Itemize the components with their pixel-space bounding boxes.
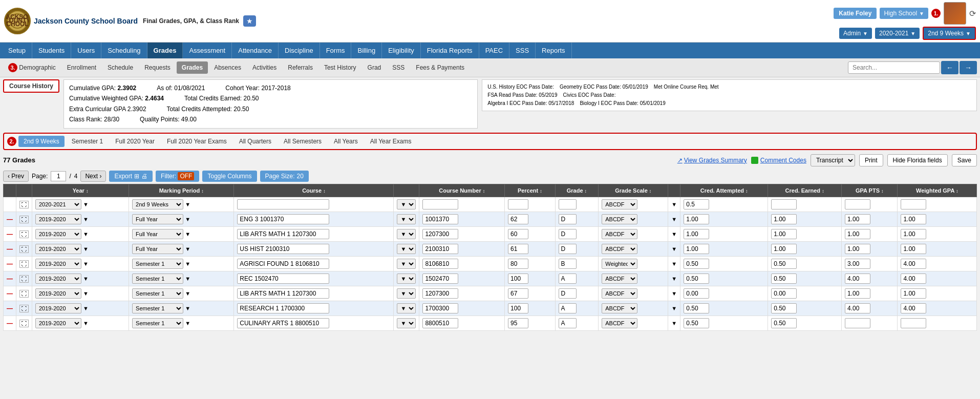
row-gpa-pts[interactable] [842, 256, 898, 271]
row-cred-attempted[interactable] [680, 241, 768, 256]
role-dropdown[interactable]: Admin ▼ [839, 28, 872, 39]
row-expand[interactable]: ⛶ [16, 301, 32, 316]
row-delete[interactable]: — [4, 286, 16, 301]
row-cred-attempted[interactable] [680, 271, 768, 286]
row-expand[interactable]: ⛶ [16, 212, 32, 226]
row-grade-scale[interactable]: ABCDF [599, 301, 668, 316]
row-year[interactable]: 2019-2020 ▼ [32, 256, 129, 271]
subnav-sss[interactable]: SSS [387, 61, 410, 74]
row-marking-period[interactable]: Semester 1 ▼ [129, 271, 234, 286]
row-course-arrow[interactable]: ▼ [394, 316, 419, 330]
nav-right-arrow[interactable]: → [960, 61, 977, 74]
th-cred-attempted[interactable]: Cred. Attempted ↕ [680, 184, 768, 197]
row-cred-earned[interactable] [768, 301, 842, 316]
row-cred-earned[interactable] [768, 226, 842, 241]
row-grade-scale[interactable]: ABCDF [599, 241, 668, 256]
row-weighted-gpa[interactable] [898, 226, 977, 241]
period-tab-full-2020-exams[interactable]: Full 2020 Year Exams [162, 136, 232, 147]
row-course[interactable] [234, 256, 394, 271]
th-grade[interactable]: Grade ↕ [555, 184, 599, 197]
row-delete[interactable]: — [4, 226, 16, 241]
th-course[interactable]: Course ↕ [234, 184, 394, 197]
row-cred-attempted[interactable] [680, 316, 768, 330]
favorite-button[interactable]: ★ [243, 15, 256, 27]
row-grade-scale[interactable]: ABCDF [599, 271, 668, 286]
row-course-number[interactable] [419, 286, 505, 301]
row-gpa-pts[interactable] [842, 316, 898, 330]
row-grade-scale-arrow[interactable]: ▼ [668, 256, 680, 271]
row-grade-scale-arrow[interactable]: ▼ [668, 286, 680, 301]
toggle-columns-button[interactable]: Toggle Columns [202, 171, 257, 182]
period-dropdown[interactable]: 2nd 9 Weeks ▼ [923, 27, 976, 40]
row-cred-earned[interactable] [768, 197, 842, 212]
nav-reports[interactable]: Reports [536, 43, 572, 58]
subnav-test-history[interactable]: Test History [319, 61, 361, 74]
row-gpa-pts[interactable] [842, 226, 898, 241]
row-course-number[interactable] [419, 256, 505, 271]
row-percent[interactable] [505, 226, 556, 241]
row-delete[interactable]: — [4, 316, 16, 330]
row-expand[interactable]: ⛶ [16, 241, 32, 256]
row-grade-scale-arrow[interactable]: ▼ [668, 197, 680, 212]
row-marking-period[interactable]: Semester 1 ▼ [129, 256, 234, 271]
th-cred-earned[interactable]: Cred. Earned ↕ [768, 184, 842, 197]
th-percent[interactable]: Percent ↕ [505, 184, 556, 197]
row-course[interactable] [234, 226, 394, 241]
subnav-requests[interactable]: Requests [139, 61, 176, 74]
row-grade-scale[interactable]: ABCDF [599, 212, 668, 226]
nav-billing[interactable]: Billing [351, 43, 382, 58]
row-cred-earned[interactable] [768, 212, 842, 226]
th-gpa-pts[interactable]: GPA PTS ↕ [842, 184, 898, 197]
row-weighted-gpa[interactable] [898, 286, 977, 301]
row-grade-scale-arrow[interactable]: ▼ [668, 226, 680, 241]
view-grades-summary-link[interactable]: ↗ View Grades Summary [677, 157, 747, 164]
row-grade-scale-arrow[interactable]: ▼ [668, 271, 680, 286]
row-cred-earned[interactable] [768, 271, 842, 286]
nav-discipline[interactable]: Discipline [279, 43, 320, 58]
row-course-arrow[interactable]: ▼ [394, 226, 419, 241]
row-grade[interactable] [555, 256, 599, 271]
row-cred-attempted[interactable] [680, 197, 768, 212]
row-marking-period[interactable]: Semester 1 ▼ [129, 316, 234, 330]
row-weighted-gpa[interactable] [898, 301, 977, 316]
nav-left-arrow[interactable]: ← [941, 61, 958, 74]
row-expand[interactable]: ⛶ [16, 226, 32, 241]
subnav-fees[interactable]: Fees & Payments [411, 61, 470, 74]
row-year[interactable]: 2019-2020 ▼ [32, 301, 129, 316]
period-tab-semester1[interactable]: Semester 1 [67, 136, 108, 147]
row-gpa-pts[interactable] [842, 301, 898, 316]
row-cred-earned[interactable] [768, 241, 842, 256]
row-percent[interactable] [505, 286, 556, 301]
th-marking-period[interactable]: Marking Period ↕ [129, 184, 234, 197]
row-course-arrow[interactable]: ▼ [394, 212, 419, 226]
page-input[interactable] [51, 171, 66, 181]
row-course[interactable] [234, 212, 394, 226]
row-course-arrow[interactable]: ▼ [394, 271, 419, 286]
row-expand[interactable]: ⛶ [16, 271, 32, 286]
row-marking-period[interactable]: Full Year ▼ [129, 212, 234, 226]
row-grade-scale[interactable]: ABCDF [599, 197, 668, 212]
row-grade-scale-arrow[interactable]: ▼ [668, 316, 680, 330]
row-year[interactable]: 2019-2020 ▼ [32, 241, 129, 256]
row-percent[interactable] [505, 241, 556, 256]
row-expand[interactable]: ⛶ [16, 197, 32, 212]
row-grade[interactable] [555, 197, 599, 212]
th-weighted-gpa[interactable]: Weighted GPA ↕ [898, 184, 977, 197]
row-course-arrow[interactable]: ▼ [394, 197, 419, 212]
row-marking-period[interactable]: Full Year ▼ [129, 241, 234, 256]
filter-button[interactable]: Filter: OFF [156, 171, 199, 182]
row-year[interactable]: 2019-2020 ▼ [32, 212, 129, 226]
row-cred-earned[interactable] [768, 256, 842, 271]
row-course-number[interactable] [419, 197, 505, 212]
row-grade-scale-arrow[interactable]: ▼ [668, 241, 680, 256]
row-course[interactable] [234, 316, 394, 330]
row-course[interactable] [234, 241, 394, 256]
row-gpa-pts[interactable] [842, 271, 898, 286]
search-input[interactable] [848, 61, 940, 74]
row-year[interactable]: 2019-2020 ▼ [32, 316, 129, 330]
row-marking-period[interactable]: Full Year ▼ [129, 226, 234, 241]
row-course-number[interactable] [419, 271, 505, 286]
row-weighted-gpa[interactable] [898, 316, 977, 330]
th-grade-scale[interactable]: Grade Scale ↕ [599, 184, 668, 197]
row-course-number[interactable] [419, 226, 505, 241]
